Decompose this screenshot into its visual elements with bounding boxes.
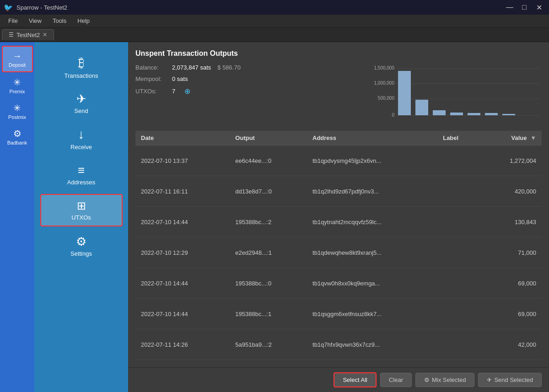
table-row[interactable]: 2022-07-10 14:44 195388bc...:2 tb1qytnah…: [135, 207, 542, 237]
nav-item-send[interactable]: ✈ Send: [40, 87, 123, 119]
svg-rect-11: [450, 113, 463, 115]
cell-value: 69,000: [481, 299, 542, 329]
cell-label: [437, 207, 480, 237]
mix-icon: ⚙: [424, 376, 430, 383]
menu-file[interactable]: File: [4, 16, 22, 25]
balance-sats: 2,073,847 sats: [172, 64, 211, 71]
stats-chart-row: Balance: 2,073,847 sats $ 586.70 Mempool…: [135, 64, 542, 124]
cell-label: [437, 237, 480, 268]
receive-icon: ↓: [78, 128, 85, 141]
cell-value: 1,272,004: [481, 145, 542, 176]
stats-section: Balance: 2,073,847 sats $ 586.70 Mempool…: [135, 64, 368, 124]
maximize-button[interactable]: □: [518, 2, 531, 13]
utxos-count: 7: [172, 88, 175, 95]
menu-view[interactable]: View: [24, 16, 46, 25]
tab-close-button[interactable]: ✕: [43, 32, 47, 38]
chart-container: 1,500,000 1,000,000 500,000 0: [368, 64, 542, 124]
menu-tools[interactable]: Tools: [48, 16, 71, 25]
badbank-icon: ⚙: [13, 129, 22, 138]
page-title: Unspent Transaction Outputs: [135, 49, 542, 58]
svg-text:1,500,000: 1,500,000: [374, 65, 395, 70]
deposit-icon: →: [13, 51, 22, 60]
cell-date: 2022-07-10 13:37: [135, 145, 230, 176]
menu-help[interactable]: Help: [73, 16, 94, 25]
svg-rect-8: [398, 71, 411, 115]
svg-rect-10: [433, 110, 446, 115]
col-address[interactable]: Address: [307, 131, 437, 145]
close-button[interactable]: ✕: [533, 2, 545, 13]
nav-item-receive[interactable]: ↓ Receive: [40, 123, 123, 155]
title-bar-text: Sparrow - TestNet2: [16, 4, 67, 11]
cell-output: 195388bc...:1: [230, 299, 307, 329]
table-row[interactable]: 2022-07-10 14:44 195388bc...:1 tb1qsggm6…: [135, 299, 542, 329]
nav-item-transactions[interactable]: ₿ Transactions: [40, 51, 123, 84]
utxo-table: Date Output Address Label Value ▼ 2022-0…: [135, 131, 542, 360]
tab-bar: ☰ TestNet2 ✕: [0, 27, 549, 42]
cell-output: 195388bc...:0: [230, 268, 307, 299]
sidebar-item-premix[interactable]: ✳ Premix: [2, 73, 33, 98]
cell-address: tb1qvw0h8xx0kq9emga...: [307, 268, 437, 299]
cell-date: 2022-07-10 14:44: [135, 299, 230, 329]
clear-button[interactable]: Clear: [380, 373, 412, 387]
sidebar-label-postmix: Postmix: [8, 114, 26, 120]
cell-date: 2022-07-11 16:11: [135, 176, 230, 207]
tab-icon: ☰: [9, 32, 14, 38]
balance-label: Balance:: [135, 64, 172, 71]
cell-label: [437, 176, 480, 207]
col-value[interactable]: Value ▼: [481, 131, 542, 145]
sidebar-item-postmix[interactable]: ✳ Postmix: [2, 99, 33, 124]
premix-icon: ✳: [13, 78, 21, 87]
table-row[interactable]: 2022-07-10 12:29 e2ed2948...:1 tb1qdewqh…: [135, 237, 542, 268]
col-output[interactable]: Output: [230, 131, 307, 145]
sidebar-label-badbank: Badbank: [7, 140, 27, 145]
nav-label-send: Send: [74, 107, 88, 114]
cell-value: 69,000: [481, 268, 542, 299]
nav-label-utxos: UTXOs: [71, 214, 91, 221]
cell-address: tb1qpdvysmg45ljp2x6vn...: [307, 145, 437, 176]
cell-label: [437, 329, 480, 360]
sidebar: → Deposit ✳ Premix ✳ Postmix ⚙ Badbank: [0, 42, 34, 392]
table-row[interactable]: 2022-07-11 14:26 5a951ba9...:2 tb1q7hfx9…: [135, 329, 542, 360]
nav-item-addresses[interactable]: ≡ Addresses: [40, 159, 123, 190]
addresses-icon: ≡: [78, 164, 85, 176]
sidebar-item-deposit[interactable]: → Deposit: [2, 46, 33, 72]
balance-row: Balance: 2,073,847 sats $ 586.70: [135, 64, 368, 71]
nav-item-settings[interactable]: ⚙ Settings: [40, 230, 123, 262]
utxos-row: UTXOs: 7 ⊕: [135, 87, 368, 96]
sidebar-item-badbank[interactable]: ⚙ Badbank: [2, 124, 33, 149]
utxo-chart: 1,500,000 1,000,000 500,000 0: [368, 64, 542, 124]
nav-item-utxos[interactable]: ⊞ UTXOs: [40, 194, 123, 226]
cell-address: tb1q7hfx9qvwn36x7cz9...: [307, 329, 437, 360]
cell-address: tb1qsggm6xetfnsuz8kk7...: [307, 299, 437, 329]
cell-date: 2022-07-10 14:44: [135, 268, 230, 299]
settings-icon: ⚙: [76, 236, 86, 247]
cell-output: 5a951ba9...:2: [230, 329, 307, 360]
cell-address: tb1qdewqhew8kt9xranj5...: [307, 237, 437, 268]
tab-testnet2[interactable]: ☰ TestNet2 ✕: [2, 29, 54, 40]
utxo-add-button[interactable]: ⊕: [184, 87, 190, 96]
cell-output: dd13e8d7...:0: [230, 176, 307, 207]
svg-text:1,000,000: 1,000,000: [374, 81, 395, 86]
select-all-button[interactable]: Select All: [334, 372, 376, 387]
utxos-icon: ⊞: [77, 200, 86, 211]
cell-date: 2022-07-10 12:29: [135, 237, 230, 268]
cell-address: tb1q2lhd9zd67pdfj0nv3...: [307, 176, 437, 207]
table-row[interactable]: 2022-07-10 14:44 195388bc...:0 tb1qvw0h8…: [135, 268, 542, 299]
mempool-row: Mempool: 0 sats: [135, 75, 368, 82]
minimize-button[interactable]: —: [503, 2, 516, 13]
nav-label-addresses: Addresses: [67, 179, 95, 186]
bottom-bar: Select All Clear ⚙ Mix Selected ✈ Send S…: [128, 367, 549, 392]
cell-value: 42,000: [481, 329, 542, 360]
table-row[interactable]: 2022-07-11 16:11 dd13e8d7...:0 tb1q2lhd9…: [135, 176, 542, 207]
table-row[interactable]: 2022-07-10 13:37 ee6c44ee...:0 tb1qpdvys…: [135, 145, 542, 176]
mix-selected-button[interactable]: ⚙ Mix Selected: [415, 373, 474, 387]
cell-date: 2022-07-11 14:26: [135, 329, 230, 360]
bitcoin-icon: ₿: [78, 57, 85, 70]
cell-output: ee6c44ee...:0: [230, 145, 307, 176]
col-label[interactable]: Label: [437, 131, 480, 145]
send-selected-button[interactable]: ✈ Send Selected: [478, 373, 542, 387]
col-date[interactable]: Date: [135, 131, 230, 145]
send-icon: ✈: [76, 93, 86, 105]
svg-rect-13: [485, 113, 498, 115]
cell-label: [437, 299, 480, 329]
